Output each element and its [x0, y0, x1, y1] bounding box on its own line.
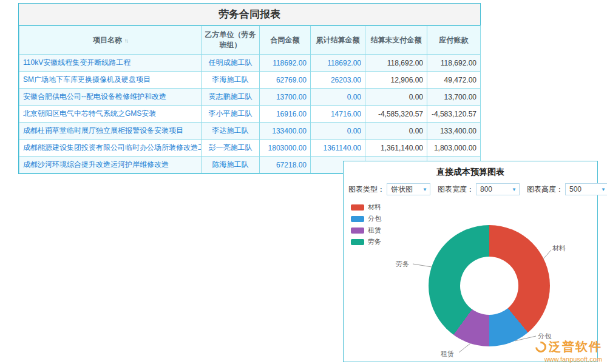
- contract-amount: 67218.00: [260, 157, 311, 174]
- contract-amount: 16916.00: [260, 106, 311, 123]
- payable-amount: 13,700.00: [427, 89, 481, 106]
- chart-height-value: 500: [569, 185, 582, 194]
- unpaid-amount: -4,585,320.57: [365, 106, 427, 123]
- settled-amount: 1361140.00: [311, 140, 365, 157]
- watermark-brand: 泛普软件: [549, 339, 602, 355]
- chart-controls: 图表类型： 饼状图 ▼ 图表宽度： 800 ▼ 图表高度： 500 ▼: [344, 182, 597, 199]
- chart-title: 直接成本预算图表: [344, 161, 597, 182]
- column-header-label: 累计结算金额: [316, 36, 360, 44]
- cost-budget-chart-panel: 直接成本预算图表 图表类型： 饼状图 ▼ 图表宽度： 800 ▼ 图表高度： 5…: [343, 161, 598, 362]
- legend-label: 租赁: [368, 226, 381, 235]
- chart-type-select[interactable]: 饼状图 ▼: [387, 183, 430, 195]
- legend-swatch-icon: [351, 216, 364, 222]
- slice-label-lease: 租赁: [441, 349, 454, 359]
- table-row: 成都能源建设集团投资有限公司临时办公场所装修改造工程EPC彭一亮施工队18030…: [19, 140, 481, 157]
- settled-amount: 118692.00: [311, 55, 365, 72]
- project-name-link[interactable]: 110kV安徽线程集变开断线路工程: [19, 55, 202, 72]
- column-header[interactable]: 乙方单位（劳务班组）: [202, 26, 260, 55]
- legend-swatch-icon: [351, 204, 364, 211]
- legend-label: 劳务: [368, 237, 381, 246]
- table-row: 110kV安徽线程集变开断线路工程任明成施工队118692.00118692.0…: [19, 55, 481, 72]
- legend-label: 材料: [368, 203, 381, 212]
- unpaid-amount: 1,361,140.00: [365, 140, 427, 157]
- legend-item[interactable]: 劳务: [351, 237, 381, 246]
- contract-amount: 118692.00: [260, 55, 311, 72]
- contract-amount: 133400.00: [260, 123, 311, 140]
- report-head-row: 项目名称↑↓乙方单位（劳务班组）合同金额累计结算金额结算未支付金额应付账款: [19, 26, 481, 55]
- payable-amount: 49,472.00: [427, 72, 481, 89]
- unit-link[interactable]: 李小平施工队: [202, 106, 260, 123]
- unit-link[interactable]: 黄志鹏施工队: [202, 89, 260, 106]
- watermark-url: www.fanpusoft.com: [535, 356, 602, 363]
- fanpu-logo-icon: [533, 339, 548, 354]
- payable-amount: 118,692.00: [427, 55, 481, 72]
- column-header[interactable]: 累计结算金额: [311, 26, 365, 55]
- unit-link[interactable]: 李达施工队: [202, 123, 260, 140]
- column-header-label: 项目名称: [93, 36, 122, 44]
- contract-amount: 13700.00: [260, 89, 311, 106]
- settled-amount: 0.00: [311, 123, 365, 140]
- chevron-down-icon: ▼: [422, 187, 427, 192]
- column-header[interactable]: 项目名称↑↓: [19, 26, 202, 55]
- slice-label-labor: 劳务: [396, 260, 409, 269]
- chart-height-label: 图表高度：: [527, 184, 563, 195]
- report-table: 项目名称↑↓乙方单位（劳务班组）合同金额累计结算金额结算未支付金额应付账款 11…: [19, 25, 481, 174]
- settled-amount: 26203.00: [311, 72, 365, 89]
- contract-amount: 62769.00: [260, 72, 311, 89]
- project-name-link[interactable]: 成都能源建设集团投资有限公司临时办公场所装修改造工程EPC: [19, 140, 202, 157]
- table-row: 安徽合肥供电公司--配电设备检修维护和改造黄志鹏施工队13700.000.000…: [19, 89, 481, 106]
- donut-chart[interactable]: [429, 225, 550, 346]
- legend-item[interactable]: 租赁: [351, 226, 381, 235]
- chart-width-control: 图表宽度： 800 ▼: [438, 183, 520, 195]
- chart-type-control: 图表类型： 饼状图 ▼: [348, 183, 430, 195]
- payable-amount: 133,400.00: [427, 123, 481, 140]
- project-name-link[interactable]: 成都杜甫草堂临时展厅独立展柜报警设备安装项目: [19, 123, 202, 140]
- project-name-link[interactable]: 成都沙河环境综合提升改造运河护岸维修改造: [19, 157, 202, 174]
- chart-height-select[interactable]: 500 ▼: [565, 183, 607, 195]
- legend-item[interactable]: 材料: [351, 203, 381, 212]
- report-table-body: 110kV安徽线程集变开断线路工程任明成施工队118692.00118692.0…: [19, 55, 481, 174]
- column-header-label: 结算未支付金额: [371, 36, 422, 44]
- chart-legend: 材料分包租赁劳务: [351, 203, 381, 249]
- chart-height-control: 图表高度： 500 ▼: [527, 183, 607, 195]
- unit-link[interactable]: 陈海施工队: [202, 157, 260, 174]
- watermark: 泛普软件 www.fanpusoft.com: [535, 339, 602, 363]
- unpaid-amount: 0.00: [365, 89, 427, 106]
- table-row: 成都杜甫草堂临时展厅独立展柜报警设备安装项目李达施工队133400.000.00…: [19, 123, 481, 140]
- chart-area: 材料分包租赁劳务 材料 分包 租赁 劳务: [344, 199, 597, 362]
- chart-type-label: 图表类型：: [348, 184, 385, 195]
- project-name-link[interactable]: SM广场地下车库更换摄像机及硬盘项目: [19, 72, 202, 89]
- legend-swatch-icon: [351, 228, 364, 234]
- unit-link[interactable]: 彭一亮施工队: [202, 140, 260, 157]
- column-header-label: 应付账款: [439, 36, 469, 44]
- project-name-link[interactable]: 安徽合肥供电公司--配电设备检修维护和改造: [19, 89, 202, 106]
- chart-width-select[interactable]: 800 ▼: [476, 183, 520, 195]
- table-row: SM广场地下车库更换摄像机及硬盘项目李海施工队62769.0026203.001…: [19, 72, 481, 89]
- column-header[interactable]: 结算未支付金额: [365, 26, 427, 55]
- contract-amount: 1803000.00: [260, 140, 311, 157]
- chart-type-value: 饼状图: [391, 184, 413, 195]
- payable-amount: -4,583,120.57: [427, 106, 481, 123]
- settled-amount: 0.00: [311, 89, 365, 106]
- labor-contract-report-panel: 劳务合同报表 项目名称↑↓乙方单位（劳务班组）合同金额累计结算金额结算未支付金额…: [18, 3, 481, 174]
- sort-icon[interactable]: ↑↓: [124, 38, 127, 44]
- report-title: 劳务合同报表: [19, 4, 480, 25]
- unit-link[interactable]: 李海施工队: [202, 72, 260, 89]
- chart-width-label: 图表宽度：: [438, 184, 474, 195]
- legend-label: 分包: [368, 214, 381, 223]
- slice-label-material: 材料: [552, 244, 566, 253]
- payable-amount: 1,803,000.00: [427, 140, 481, 157]
- column-header-label: 乙方单位（劳务班组）: [205, 30, 256, 49]
- legend-swatch-icon: [351, 239, 364, 245]
- project-name-link[interactable]: 北京朝阳区电气中芯特气系统之GMS安装: [19, 106, 202, 123]
- chart-width-value: 800: [480, 185, 492, 194]
- table-row: 北京朝阳区电气中芯特气系统之GMS安装李小平施工队16916.0014716.0…: [19, 106, 481, 123]
- column-header[interactable]: 应付账款: [427, 26, 481, 55]
- unit-link[interactable]: 任明成施工队: [202, 55, 260, 72]
- unpaid-amount: 0.00: [365, 123, 427, 140]
- chevron-down-icon: ▼: [601, 187, 606, 192]
- legend-item[interactable]: 分包: [351, 214, 381, 223]
- column-header[interactable]: 合同金额: [260, 26, 311, 55]
- unpaid-amount: 118,692.00: [365, 55, 427, 72]
- column-header-label: 合同金额: [271, 36, 300, 44]
